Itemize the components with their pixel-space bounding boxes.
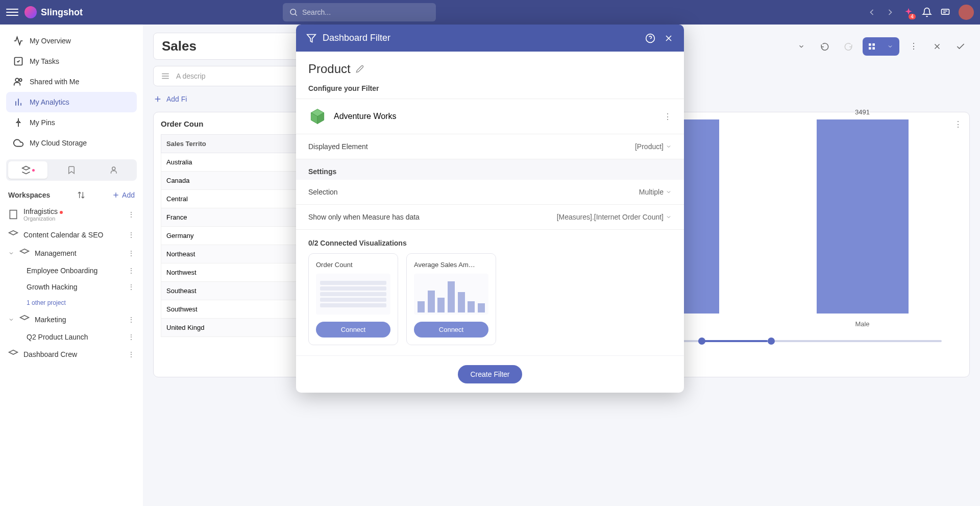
ws-marketing[interactable]: Marketing ⋮ — [6, 310, 137, 329]
org-item[interactable]: Infragistics Organization ⋮ — [6, 203, 137, 226]
svg-line-1 — [295, 14, 297, 15]
sort-icon[interactable] — [77, 191, 85, 199]
ws-menu-icon[interactable]: ⋮ — [128, 350, 135, 358]
datasource-menu-icon[interactable]: ⋮ — [664, 112, 672, 122]
show-only-row[interactable]: Show only when Measure has data [Measure… — [296, 205, 684, 230]
search-icon — [289, 8, 298, 17]
tab-layers[interactable] — [8, 161, 47, 179]
ws-menu-icon[interactable]: ⋮ — [128, 231, 135, 239]
svg-marker-22 — [20, 249, 29, 253]
chevron-down-icon — [8, 250, 14, 256]
setting-label: Show only when Measure has data — [308, 213, 420, 221]
nav-my-analytics[interactable]: My Analytics — [6, 92, 137, 112]
users-icon — [13, 77, 23, 87]
slider-handle-end[interactable] — [768, 338, 775, 345]
viz-title: Average Sales Am… — [414, 261, 488, 269]
ws-label: Growth Hacking — [27, 283, 78, 291]
close-icon[interactable] — [664, 33, 674, 43]
view-mode-toggle[interactable] — [863, 37, 899, 56]
connect-button[interactable]: Connect — [316, 322, 390, 338]
ai-sparkle-icon[interactable]: 4 — [903, 7, 914, 17]
slider-fill — [698, 340, 768, 342]
redo-button[interactable] — [839, 37, 857, 56]
ws-label: Marketing — [35, 316, 66, 324]
people-icon — [110, 165, 119, 175]
redo-icon — [844, 42, 853, 51]
slider-handle-start[interactable] — [698, 338, 705, 345]
logo-icon — [24, 6, 37, 18]
edit-icon[interactable] — [356, 65, 364, 73]
org-status-dot — [60, 211, 63, 214]
nav-label: My Overview — [30, 37, 71, 45]
ws-growth-hacking[interactable]: Growth Hacking ⋮ — [6, 279, 137, 295]
ws-label: Management — [35, 249, 77, 257]
bookmark-icon — [67, 165, 76, 175]
ws-menu-icon[interactable]: ⋮ — [128, 316, 135, 324]
org-subtitle: Organization — [23, 215, 63, 222]
nav-shared-with-me[interactable]: Shared with Me — [6, 71, 137, 92]
ws-menu-icon[interactable]: ⋮ — [128, 283, 135, 291]
setting-label: Selection — [308, 188, 338, 196]
nav-my-pins[interactable]: My Pins — [6, 112, 137, 133]
configure-label: Configure your Filter — [296, 80, 684, 99]
settings-header: Settings — [296, 159, 684, 180]
nav-my-cloud-storage[interactable]: My Cloud Storage — [6, 133, 137, 153]
ws-menu-icon[interactable]: ⋮ — [128, 333, 135, 341]
viz-preview-bars — [414, 274, 488, 315]
ws-menu-icon[interactable]: ⋮ — [128, 267, 135, 275]
x-axis-label: Male — [855, 320, 869, 328]
connect-button[interactable]: Connect — [414, 322, 488, 338]
tab-bookmarks[interactable] — [52, 161, 91, 179]
workspaces-label: Workspaces — [8, 191, 50, 199]
nav-back-icon[interactable] — [867, 7, 877, 17]
more-menu-button[interactable]: ⋮ — [904, 37, 923, 56]
ws-content-calendar[interactable]: Content Calendar & SEO ⋮ — [6, 226, 137, 244]
svg-rect-27 — [869, 47, 871, 50]
undo-icon — [820, 42, 829, 51]
stack-icon — [19, 315, 30, 325]
close-button[interactable] — [928, 37, 946, 56]
selection-row[interactable]: Selection Multiple — [296, 180, 684, 205]
undo-button[interactable] — [816, 37, 834, 56]
nav-forward-icon[interactable] — [885, 7, 895, 17]
ws-label: Dashboard Crew — [23, 350, 77, 358]
search-input[interactable] — [302, 8, 430, 16]
tab-people[interactable] — [95, 161, 135, 179]
ws-more-projects[interactable]: 1 other project — [6, 295, 137, 310]
menu-toggle[interactable] — [6, 6, 18, 18]
nav-label: My Analytics — [30, 98, 69, 106]
chevron-down-icon — [666, 189, 672, 195]
help-icon[interactable] — [645, 33, 655, 43]
bell-icon[interactable] — [922, 7, 932, 17]
nav-my-tasks[interactable]: My Tasks — [6, 51, 137, 71]
chevron-down-icon — [8, 317, 14, 323]
global-search[interactable] — [283, 3, 436, 21]
svg-point-13 — [112, 167, 115, 170]
nav-my-overview[interactable]: My Overview — [6, 31, 137, 51]
org-menu-icon[interactable]: ⋮ — [128, 210, 135, 219]
ws-menu-icon[interactable]: ⋮ — [128, 249, 135, 257]
ws-dashboard-crew[interactable]: Dashboard Crew ⋮ — [6, 345, 137, 364]
close-icon — [933, 42, 942, 51]
ws-employee-onboarding[interactable]: Employee Onboarding ⋮ — [6, 262, 137, 279]
ws-management[interactable]: Management ⋮ — [6, 244, 137, 262]
user-avatar[interactable] — [959, 5, 974, 20]
confirm-button[interactable] — [951, 37, 970, 56]
grid-view-icon[interactable] — [863, 37, 881, 56]
top-bar: Slingshot 4 — [0, 0, 980, 25]
chat-icon[interactable] — [940, 7, 950, 17]
chevron-down-icon — [666, 143, 672, 150]
view-dropdown-icon[interactable] — [881, 37, 899, 56]
plus-icon — [112, 191, 120, 199]
ws-q2-product-launch[interactable]: Q2 Product Launch ⋮ — [6, 329, 137, 345]
app-logo[interactable]: Slingshot — [24, 6, 83, 18]
dropdown-button[interactable] — [792, 37, 811, 56]
datasource-row[interactable]: Adventure Works ⋮ — [296, 99, 684, 134]
displayed-element-row[interactable]: Displayed Element [Product] — [296, 134, 684, 159]
app-name: Slingshot — [41, 7, 83, 18]
setting-label: Displayed Element — [308, 142, 368, 151]
add-workspace-button[interactable]: Add — [112, 191, 135, 199]
chevron-down-icon — [666, 214, 672, 220]
stack-icon — [19, 248, 30, 258]
create-filter-button[interactable]: Create Filter — [458, 365, 522, 383]
